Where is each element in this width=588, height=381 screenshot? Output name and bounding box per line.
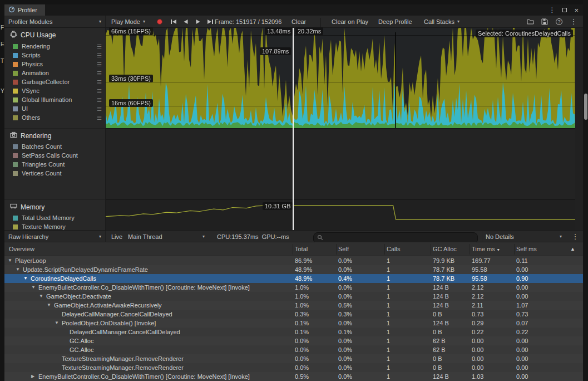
clear-button[interactable]: Clear bbox=[289, 16, 308, 27]
table-row[interactable]: TextureStreamingManager.RemoveRenderer0.… bbox=[4, 354, 583, 363]
drag-handle-icon[interactable]: ☰ bbox=[97, 115, 102, 121]
tab-profiler[interactable]: Profiler bbox=[4, 4, 45, 16]
cpu-usage-chart-canvas[interactable] bbox=[106, 28, 575, 128]
tree-toggle-icon[interactable]: ▼ bbox=[23, 274, 31, 283]
memory-chart-canvas[interactable] bbox=[106, 200, 575, 230]
tree-toggle-icon[interactable]: ▼ bbox=[39, 292, 46, 301]
legend-item[interactable]: Batches Count bbox=[4, 142, 106, 151]
table-row[interactable]: ▶EnemyBulletController.Co_DisableWithTim… bbox=[4, 372, 583, 381]
legend-item[interactable]: Rendering☰ bbox=[4, 42, 106, 51]
table-row[interactable]: ▼PooledObject.OnDisable() [Invoke]0.1%0.… bbox=[4, 319, 583, 328]
drag-handle-icon[interactable]: ☰ bbox=[97, 43, 102, 50]
details-menu-icon[interactable]: ⋮ bbox=[570, 231, 581, 242]
table-row[interactable]: GC.Alloc0.0%0.0%162 B0.000.00 bbox=[4, 345, 583, 354]
module-title[interactable]: Rendering bbox=[21, 132, 51, 140]
legend-item[interactable]: Total Used Memory bbox=[4, 213, 106, 222]
table-row[interactable]: ▼CoroutinesDelayedCalls48.9%0.4%178.7 KB… bbox=[4, 274, 583, 283]
column-gc-alloc[interactable]: GC Alloc bbox=[433, 242, 457, 256]
tree-toggle-icon[interactable]: ▼ bbox=[8, 256, 15, 265]
column-total[interactable]: Total bbox=[295, 242, 308, 256]
help-icon[interactable]: ? bbox=[553, 16, 565, 27]
legend-item[interactable]: Physics☰ bbox=[4, 60, 106, 69]
search-input[interactable] bbox=[325, 235, 474, 242]
table-row[interactable]: DelayedCallManager.CancelCallDelayed0.1%… bbox=[4, 328, 583, 336]
tree-toggle-icon[interactable]: ▼ bbox=[31, 283, 38, 292]
tree-toggle-icon[interactable]: ▼ bbox=[16, 265, 23, 274]
drag-handle-icon[interactable]: ☰ bbox=[97, 52, 102, 58]
legend-item[interactable]: SetPass Calls Count bbox=[4, 151, 106, 160]
maximize-icon[interactable] bbox=[562, 7, 567, 13]
module-title[interactable]: Memory bbox=[21, 203, 45, 211]
table-row[interactable]: TextureStreamingManager.RemoveRenderer0.… bbox=[4, 363, 583, 372]
column-overview[interactable]: Overview bbox=[9, 242, 34, 256]
legend-item[interactable]: Animation☰ bbox=[4, 69, 106, 77]
toolbar-menu-icon[interactable]: ⋮ bbox=[567, 16, 580, 27]
drag-handle-icon[interactable]: ☰ bbox=[97, 70, 102, 76]
legend-item[interactable]: GarbageCollector☰ bbox=[4, 77, 106, 86]
rendering-chart[interactable] bbox=[106, 128, 575, 199]
module-title[interactable]: CPU Usage bbox=[21, 31, 56, 39]
load-button[interactable] bbox=[524, 16, 536, 27]
legend-item[interactable]: Global Illumination☰ bbox=[4, 95, 106, 104]
details-view-dropdown[interactable]: No Details▾ bbox=[482, 231, 565, 242]
close-icon[interactable]: × bbox=[574, 6, 579, 14]
frame-playhead[interactable] bbox=[293, 28, 294, 230]
column-self-ms[interactable]: Self ms bbox=[516, 242, 537, 256]
column-self[interactable]: Self bbox=[338, 242, 349, 256]
tree-toggle-icon[interactable]: ▼ bbox=[47, 301, 54, 310]
drag-handle-icon[interactable]: ☰ bbox=[97, 106, 102, 112]
row-label: TextureStreamingManager.RemoveRenderer bbox=[62, 354, 184, 363]
memory-chart[interactable]: 10.31 GB bbox=[106, 199, 575, 230]
legend-label: GarbageCollector bbox=[22, 79, 97, 85]
live-toggle[interactable]: Live bbox=[109, 231, 125, 242]
window-menu-icon[interactable]: ⋮ bbox=[549, 6, 555, 14]
legend-item[interactable]: Others☰ bbox=[4, 113, 106, 122]
table-row[interactable]: ▼PlayerLoop86.9%0.0%179.9 KB169.770.11 bbox=[4, 256, 583, 265]
cpu-usage-chart[interactable]: 66ms (15FPS) 33ms (30FPS) 16ms (60FPS) 1… bbox=[106, 28, 575, 128]
record-button[interactable] bbox=[152, 16, 167, 27]
drag-handle-icon[interactable]: ☰ bbox=[97, 61, 102, 67]
table-row[interactable]: GC.Alloc0.0%0.0%162 B0.000.00 bbox=[4, 336, 583, 345]
previous-frame-button[interactable] bbox=[180, 16, 191, 27]
play-mode-dropdown[interactable]: Play Mode▾ bbox=[109, 16, 147, 27]
row-selfms: 0.00 bbox=[516, 292, 564, 301]
drag-handle-icon[interactable]: ☰ bbox=[97, 88, 102, 94]
row-selfms: 0.00 bbox=[516, 336, 564, 345]
row-gc: 124 B bbox=[433, 292, 471, 301]
row-calls: 1 bbox=[387, 345, 432, 354]
next-frame-button[interactable] bbox=[192, 16, 204, 27]
column-time-ms[interactable]: Time ms▾ bbox=[472, 242, 500, 256]
save-button[interactable] bbox=[538, 16, 551, 27]
charts-scrollbar[interactable] bbox=[575, 28, 583, 230]
row-self: 0.0% bbox=[338, 256, 386, 265]
row-label: EnemyBulletController.Co_DisableWithTime… bbox=[38, 372, 250, 381]
tree-toggle-icon[interactable]: ▼ bbox=[55, 319, 62, 328]
drag-handle-icon[interactable]: ☰ bbox=[97, 79, 102, 85]
legend-item[interactable]: VSync☰ bbox=[4, 86, 106, 95]
call-stacks-dropdown[interactable]: Call Stacks▾ bbox=[422, 16, 462, 27]
table-row[interactable]: ▼GameObject.ActivateAwakeRecursively1.0%… bbox=[4, 301, 583, 310]
hierarchy-mode-dropdown[interactable]: Raw Hierarchy▾ bbox=[4, 231, 106, 242]
profiler-modules-dropdown[interactable]: Profiler Modules▾ bbox=[4, 16, 106, 27]
scroll-up-icon[interactable]: ▲ bbox=[570, 242, 575, 256]
current-frame-button[interactable] bbox=[205, 16, 216, 27]
table-row[interactable]: ▼Update.ScriptRunDelayedDynamicFrameRate… bbox=[4, 265, 583, 274]
legend-color-swatch bbox=[13, 89, 18, 94]
column-calls[interactable]: Calls bbox=[387, 242, 400, 256]
drag-handle-icon[interactable]: ☰ bbox=[97, 97, 102, 103]
legend-item[interactable]: Texture Memory bbox=[4, 222, 106, 230]
legend-item[interactable]: Triangles Count bbox=[4, 160, 106, 169]
legend-item[interactable]: Scripts☰ bbox=[4, 51, 106, 60]
clear-on-play-toggle[interactable]: Clear on Play bbox=[329, 16, 370, 27]
thread-dropdown[interactable]: Main Thread▾ bbox=[125, 231, 208, 242]
deep-profile-toggle[interactable]: Deep Profile bbox=[376, 16, 414, 27]
background-scrollbar-thumb[interactable] bbox=[584, 94, 587, 120]
first-frame-button[interactable] bbox=[168, 16, 179, 27]
legend-item[interactable]: UI☰ bbox=[4, 104, 106, 113]
tree-toggle-icon[interactable]: ▶ bbox=[31, 372, 38, 381]
legend-item[interactable]: Vertices Count bbox=[4, 169, 106, 178]
table-row[interactable]: ▼GameObject.Deactivate1.0%0.0%1124 B2.12… bbox=[4, 292, 583, 301]
table-row[interactable]: DelayedCallManager.CancelCallDelayed0.3%… bbox=[4, 310, 583, 319]
row-self: 0.0% bbox=[338, 265, 386, 274]
table-row[interactable]: ▼EnemyBulletController.Co_DisableWithTim… bbox=[4, 283, 583, 292]
